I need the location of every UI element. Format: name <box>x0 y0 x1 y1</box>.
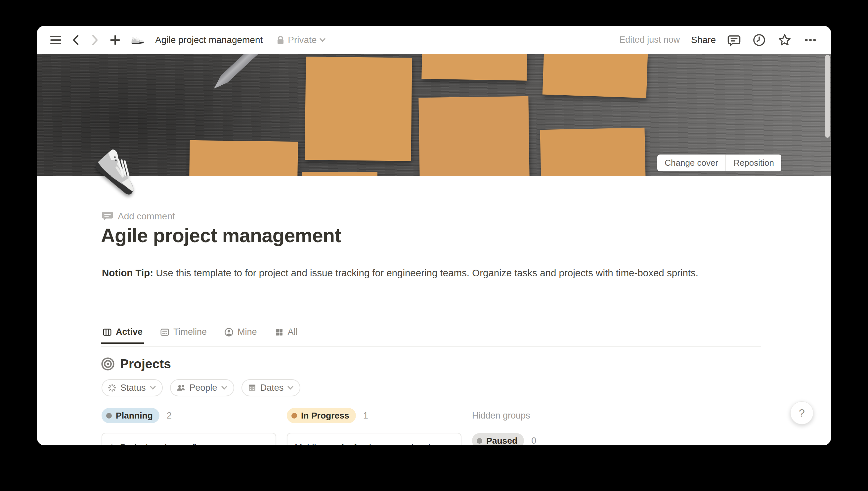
status-dot <box>292 413 297 418</box>
privacy-label: Private <box>288 35 317 45</box>
timeline-icon <box>160 327 170 337</box>
breadcrumb-page-title[interactable]: Agile project management <box>155 35 263 45</box>
tip-lead: Notion Tip: <box>102 267 153 278</box>
filter-chips: Status People <box>101 379 300 396</box>
dates-filter-chip[interactable]: Dates <box>241 379 301 396</box>
tab-mine[interactable]: Mine <box>222 327 258 342</box>
chip-label: Dates <box>260 383 284 393</box>
project-card[interactable]: Mobile app for freelancer marketplace <box>287 433 461 445</box>
group-label: Planning <box>116 411 153 421</box>
toolbar: Agile project management Private Edited … <box>37 26 831 54</box>
notion-tip-paragraph[interactable]: Notion Tip: Use this template to for pro… <box>102 265 730 281</box>
group-label: In Progress <box>301 411 349 421</box>
comments-icon[interactable] <box>727 33 741 47</box>
change-cover-button[interactable]: Change cover <box>657 154 725 171</box>
status-dot <box>106 413 112 418</box>
tab-label: Timeline <box>173 327 207 337</box>
edited-timestamp: Edited just now <box>619 35 680 45</box>
sticky-note <box>305 57 412 161</box>
projects-heading: Projects <box>101 357 171 371</box>
comment-bubble-icon <box>102 211 113 222</box>
tab-label: All <box>288 327 298 337</box>
pen-in-cover-photo <box>210 54 270 92</box>
target-icon <box>101 357 115 371</box>
chevron-down-icon <box>319 38 326 42</box>
sticky-note <box>189 140 298 176</box>
people-filter-chip[interactable]: People <box>170 379 234 396</box>
group-count: 1 <box>363 411 368 421</box>
group-pill-paused[interactable]: Paused <box>472 433 524 445</box>
share-button[interactable]: Share <box>691 35 716 45</box>
cover-buttons: Change cover Reposition <box>657 154 781 171</box>
chevron-down-icon <box>150 385 156 390</box>
project-card[interactable]: ✎ Redesign sign-up flow <box>101 433 276 445</box>
sticky-note <box>302 172 378 176</box>
status-dot <box>477 438 482 444</box>
chevron-down-icon <box>221 385 228 390</box>
tip-body: Use this template to for project and iss… <box>153 267 698 278</box>
status-filter-chip[interactable]: Status <box>101 379 163 396</box>
board-icon <box>102 327 112 337</box>
chip-label: People <box>189 383 217 393</box>
projects-board: Planning 2 ✎ Redesign sign-up flow <box>101 408 644 445</box>
lock-icon <box>276 35 285 45</box>
group-count: 0 <box>531 436 536 446</box>
sticky-note <box>421 54 527 81</box>
hidden-groups-label: Hidden groups <box>472 408 644 424</box>
group-pill-in-progress[interactable]: In Progress <box>287 408 356 423</box>
section-title[interactable]: Projects <box>120 357 171 371</box>
favorite-star-icon[interactable] <box>777 33 792 47</box>
board-column-planning: Planning 2 ✎ Redesign sign-up flow <box>101 408 276 445</box>
person-circle-icon <box>224 327 234 337</box>
calendar-icon <box>247 383 257 393</box>
new-page-icon[interactable] <box>110 34 121 46</box>
card-title: Redesign sign-up flow <box>120 442 208 445</box>
group-count: 2 <box>167 411 172 421</box>
sidebar-toggle-icon[interactable] <box>50 36 61 44</box>
add-comment-label: Add comment <box>118 211 175 222</box>
page-icon-sneaker[interactable] <box>98 145 158 206</box>
view-tabs: Active Timeline Mine <box>101 327 299 344</box>
sticky-note <box>418 96 529 176</box>
tab-timeline[interactable]: Timeline <box>158 327 208 342</box>
grid-icon <box>274 327 284 337</box>
more-options-icon[interactable] <box>803 33 818 47</box>
sticky-note <box>542 54 648 98</box>
chevron-down-icon <box>287 385 294 390</box>
group-label: Paused <box>486 436 517 446</box>
tabs-divider <box>101 346 761 347</box>
page-title[interactable]: Agile project management <box>101 224 341 247</box>
tab-active[interactable]: Active <box>101 327 144 344</box>
reposition-button[interactable]: Reposition <box>725 154 781 171</box>
notion-window: Agile project management Private Edited … <box>37 26 831 445</box>
history-clock-icon[interactable] <box>752 33 766 47</box>
desktop-background: Agile project management Private Edited … <box>0 0 868 491</box>
card-emoji-icon: ✎ <box>110 442 117 445</box>
status-burst-icon <box>108 383 117 393</box>
board-column-in-progress: In Progress 1 Mobile app for freelancer … <box>287 408 461 445</box>
chip-label: Status <box>120 383 146 393</box>
sticky-note <box>540 128 646 176</box>
tab-label: Mine <box>238 327 257 337</box>
group-pill-planning[interactable]: Planning <box>101 408 159 423</box>
privacy-control[interactable]: Private <box>276 35 326 45</box>
page-icon-small <box>130 34 144 46</box>
tab-label: Active <box>116 327 143 337</box>
add-comment-button[interactable]: Add comment <box>102 211 175 222</box>
tab-all[interactable]: All <box>273 327 299 342</box>
vertical-scrollbar[interactable] <box>825 55 830 138</box>
card-title: Mobile app for freelancer marketplace <box>295 442 445 445</box>
help-button[interactable]: ? <box>790 401 813 425</box>
people-icon <box>176 383 186 393</box>
forward-icon[interactable] <box>90 34 99 46</box>
back-icon[interactable] <box>71 34 80 46</box>
hidden-groups-section: Hidden groups Paused 0 <box>472 408 644 445</box>
